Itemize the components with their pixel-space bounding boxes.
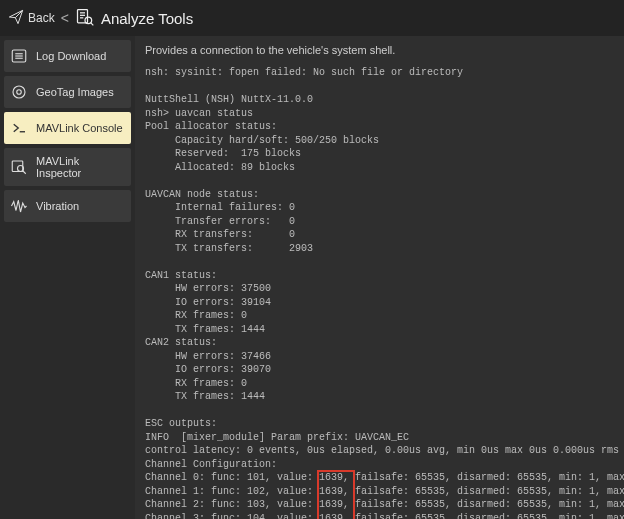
terminal-output[interactable]: nsh: sysinit: fopen failed: No such file… — [145, 66, 614, 519]
sidebar-item-log-download[interactable]: Log Download — [4, 40, 131, 72]
sidebar-item-geotag[interactable]: GeoTag Images — [4, 76, 131, 108]
terminal-line — [145, 404, 614, 418]
header-bar: Back < Analyze Tools — [0, 0, 624, 36]
svg-rect-0 — [77, 10, 87, 23]
sidebar-item-mavlink-console[interactable]: MAVLink Console — [4, 112, 131, 144]
title-area: Analyze Tools — [75, 7, 193, 29]
sidebar-item-label: GeoTag Images — [36, 86, 114, 98]
terminal-line: nsh: sysinit: fopen failed: No such file… — [145, 66, 614, 80]
terminal-line: RX frames: 0 — [145, 309, 614, 323]
terminal-line — [145, 174, 614, 188]
sidebar-item-mavlink-inspector[interactable]: MAVLink Inspector — [4, 148, 131, 186]
geotag-icon — [10, 83, 28, 101]
terminal-line: IO errors: 39070 — [145, 363, 614, 377]
terminal-line: Channel 3: func: 104, value: 1639, fails… — [145, 512, 614, 520]
terminal-line: TX transfers: 2903 — [145, 242, 614, 256]
terminal-line: Allocated: 89 blocks — [145, 161, 614, 175]
sidebar-item-vibration[interactable]: Vibration — [4, 190, 131, 222]
terminal-line: Pool allocator status: — [145, 120, 614, 134]
terminal-line: control latency: 0 events, 0us elapsed, … — [145, 444, 614, 458]
terminal-line: Internal failures: 0 — [145, 201, 614, 215]
terminal-line: CAN2 status: — [145, 336, 614, 350]
terminal-line — [145, 255, 614, 269]
sidebar-item-label: Vibration — [36, 200, 79, 212]
terminal-line: Channel 1: func: 102, value: 1639, fails… — [145, 485, 614, 499]
terminal-line: Capacity hard/soft: 500/250 blocks — [145, 134, 614, 148]
sidebar-item-label: MAVLink Inspector — [36, 155, 125, 179]
page-title: Analyze Tools — [101, 10, 193, 27]
back-label: Back — [28, 11, 55, 25]
content-area: Provides a connection to the vehicle's s… — [135, 36, 624, 519]
terminal-line: RX frames: 0 — [145, 377, 614, 391]
list-icon — [10, 47, 28, 65]
terminal-line: nsh> uavcan status — [145, 107, 614, 121]
inspector-icon — [10, 158, 28, 176]
body: Log Download GeoTag Images MAVLink Conso… — [0, 36, 624, 519]
svg-point-10 — [13, 86, 25, 98]
terminal-line: Channel 2: func: 103, value: 1639, fails… — [145, 498, 614, 512]
terminal-line: Channel 0: func: 101, value: 1639, fails… — [145, 471, 614, 485]
sidebar: Log Download GeoTag Images MAVLink Conso… — [0, 36, 135, 519]
svg-point-11 — [17, 90, 22, 95]
terminal-line: RX transfers: 0 — [145, 228, 614, 242]
terminal-line: ESC outputs: — [145, 417, 614, 431]
sidebar-item-label: MAVLink Console — [36, 122, 123, 134]
sidebar-item-label: Log Download — [36, 50, 106, 62]
terminal-line: IO errors: 39104 — [145, 296, 614, 310]
back-button[interactable]: Back — [8, 9, 55, 28]
terminal-line — [145, 80, 614, 94]
terminal-line: Transfer errors: 0 — [145, 215, 614, 229]
terminal-line: HW errors: 37466 — [145, 350, 614, 364]
console-icon — [10, 119, 28, 137]
terminal-line: INFO [mixer_module] Param prefix: UAVCAN… — [145, 431, 614, 445]
terminal-line: CAN1 status: — [145, 269, 614, 283]
terminal-line: UAVCAN node status: — [145, 188, 614, 202]
vibration-icon — [10, 197, 28, 215]
terminal-line: Reserved: 175 blocks — [145, 147, 614, 161]
svg-line-5 — [91, 23, 94, 26]
terminal-line: NuttShell (NSH) NuttX-11.0.0 — [145, 93, 614, 107]
svg-point-4 — [85, 17, 92, 24]
analyze-icon — [75, 7, 95, 29]
terminal-line: HW errors: 37500 — [145, 282, 614, 296]
terminal-line: TX frames: 1444 — [145, 323, 614, 337]
terminal-line: Channel Configuration: — [145, 458, 614, 472]
breadcrumb-separator: < — [61, 10, 69, 26]
description-text: Provides a connection to the vehicle's s… — [145, 44, 614, 56]
terminal-line: TX frames: 1444 — [145, 390, 614, 404]
paper-plane-icon — [8, 9, 24, 28]
svg-line-15 — [23, 171, 26, 174]
